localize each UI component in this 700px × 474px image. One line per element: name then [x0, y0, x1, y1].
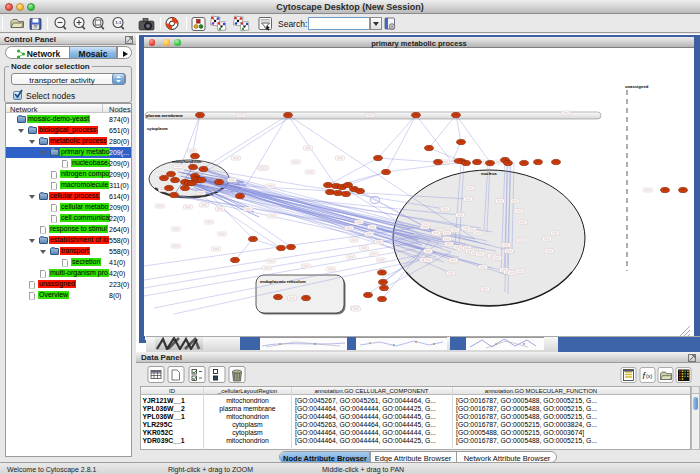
svg-text:mitochondrion: mitochondrion — [172, 159, 202, 164]
svg-text:endoplasmic reticulum: endoplasmic reticulum — [260, 279, 306, 284]
svg-text:nucleus: nucleus — [481, 171, 497, 176]
svg-text:unassigned: unassigned — [625, 84, 649, 89]
svg-text:cytoplasm: cytoplasm — [147, 126, 168, 131]
svg-text:1:1: 1:1 — [115, 20, 122, 25]
svg-text:plasma membrane: plasma membrane — [146, 113, 183, 118]
svg-text:(x): (x) — [646, 373, 653, 379]
